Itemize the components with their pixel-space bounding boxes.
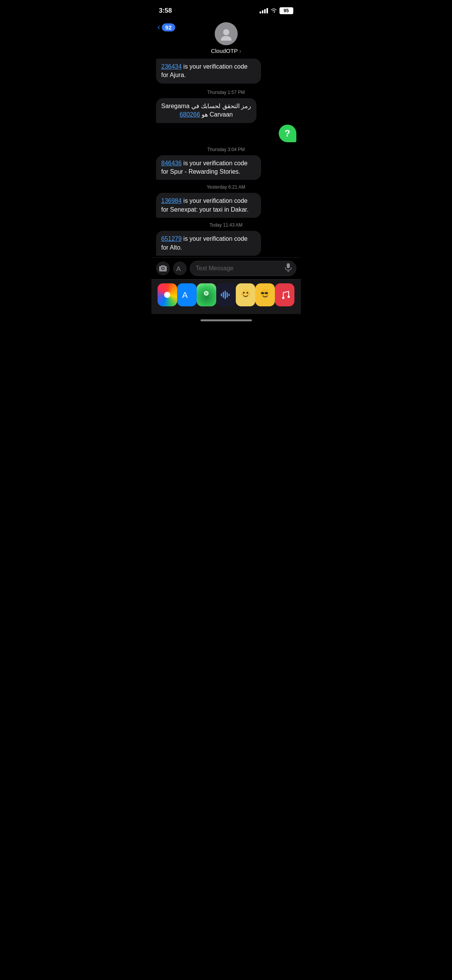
message-row: 136984 is your verification code for Sen… [156, 193, 296, 218]
speechy-icon [219, 288, 233, 302]
apps-icon: A [176, 265, 183, 272]
messages-area: 236434 is your verification code for Aju… [151, 59, 301, 257]
svg-rect-13 [223, 292, 224, 298]
home-indicator [151, 314, 301, 327]
dock-appstore-icon[interactable]: A [177, 283, 197, 306]
otp-code[interactable]: 680266 [179, 111, 200, 118]
microphone-icon[interactable] [285, 263, 292, 273]
message-bubble: 236434 is your verification code for Aju… [156, 59, 261, 84]
svg-point-22 [248, 293, 250, 295]
dock-music-icon[interactable] [275, 283, 294, 306]
message-timestamp: Today 11:43 AM [156, 222, 296, 228]
camera-button[interactable] [156, 261, 170, 275]
otp-code[interactable]: 136984 [161, 197, 182, 204]
message-row: رمز التحقق لحسابك في Saregama Carvaan هو… [156, 98, 296, 123]
svg-point-1 [162, 268, 164, 270]
status-icons: 95 [260, 7, 293, 14]
photos-icon [160, 288, 174, 302]
svg-rect-15 [227, 292, 228, 298]
svg-rect-3 [287, 263, 290, 268]
otp-code[interactable]: 846436 [161, 160, 182, 166]
memoji2-icon [255, 284, 275, 306]
dock-speechy-icon[interactable] [216, 283, 236, 306]
message-bubble: رمز التحقق لحسابك في Saregama Carvaan هو… [156, 98, 257, 123]
message-bubble: 846436 is your verification code for Spu… [156, 155, 261, 180]
dock-memoji1-icon[interactable] [236, 283, 255, 306]
message-bubble-outgoing: ? [279, 125, 296, 142]
back-count-badge: 92 [162, 23, 175, 31]
message-bubble: 136984 is your verification code for Sen… [156, 193, 261, 218]
status-bar: 3:58 95 [151, 0, 301, 19]
apps-button[interactable]: A [173, 261, 187, 275]
message-timestamp: Thursday 1:57 PM [156, 90, 296, 95]
otp-code[interactable]: 236434 [161, 63, 182, 70]
svg-rect-25 [261, 292, 264, 294]
text-input-wrapper: Text Message [190, 261, 296, 276]
dock-findmy-icon[interactable] [197, 283, 216, 306]
message-bubble: 651279 is your verification code for Alt… [156, 231, 261, 256]
svg-text:A: A [176, 265, 181, 272]
svg-point-29 [288, 296, 290, 298]
svg-point-20 [247, 292, 248, 294]
contact-name[interactable]: CloudOTP › [211, 48, 241, 54]
svg-point-11 [206, 293, 207, 294]
conversation-header: ‹ 92 CloudOTP › [151, 19, 301, 59]
message-timestamp: Yesterday 6:21 AM [156, 184, 296, 190]
home-bar [201, 319, 252, 321]
dock-photos-icon[interactable] [158, 283, 177, 306]
dock-memoji2-icon[interactable] [255, 283, 275, 306]
svg-rect-12 [221, 293, 222, 296]
text-message-input[interactable] [190, 261, 296, 276]
message-timestamp: Thursday 3:04 PM [156, 147, 296, 152]
svg-point-28 [282, 297, 284, 299]
svg-point-21 [242, 293, 243, 295]
findmy-icon [199, 288, 213, 302]
chevron-right-icon: › [239, 48, 241, 54]
battery-indicator: 95 [279, 7, 293, 14]
back-button[interactable]: ‹ 92 [158, 23, 175, 31]
status-time: 3:58 [159, 7, 172, 15]
svg-rect-16 [228, 294, 230, 296]
message-row: 651279 is your verification code for Alt… [156, 231, 296, 256]
svg-rect-26 [265, 292, 268, 294]
contact-avatar[interactable] [215, 22, 238, 45]
battery-value: 95 [284, 8, 289, 13]
back-arrow-icon: ‹ [158, 23, 160, 31]
svg-rect-14 [225, 291, 226, 299]
otp-code[interactable]: 651279 [161, 235, 182, 242]
appstore-icon: A [180, 288, 194, 302]
app-dock: A [151, 279, 301, 314]
svg-text:A: A [182, 290, 188, 300]
message-row: 846436 is your verification code for Spu… [156, 155, 296, 180]
camera-icon [159, 265, 167, 271]
message-row: ? [156, 125, 296, 142]
signal-bars-icon [260, 8, 268, 13]
message-row: 236434 is your verification code for Aju… [156, 59, 296, 85]
message-text-arabic: رمز التحقق لحسابك في Saregama [161, 102, 251, 110]
music-icon [278, 288, 292, 302]
svg-point-19 [243, 292, 245, 294]
memoji1-icon [236, 284, 255, 306]
message-input-bar: A Text Message [151, 257, 301, 279]
person-icon [219, 27, 233, 41]
svg-point-0 [223, 29, 229, 35]
wifi-icon [270, 8, 277, 14]
